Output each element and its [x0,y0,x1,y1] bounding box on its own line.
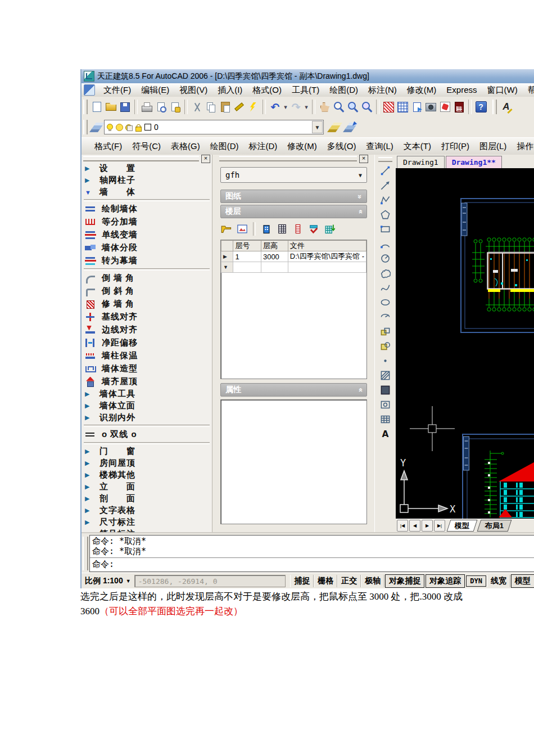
scale-dropdown[interactable]: 比例 1:100 [82,576,134,586]
publish-icon[interactable] [169,101,182,114]
spline-icon[interactable]: .g{fill:#2e6bd6;stroke:none}.f{fill:#446… [378,280,393,295]
chevron-up-icon-2[interactable]: » [356,388,364,392]
sidebar-item-倒斜角[interactable]: 倒 斜 角 [82,285,212,298]
menu-item-视图(V)[interactable]: 视图(V) [174,84,212,97]
polyline-icon[interactable]: .g{fill:#2e6bd6;stroke:none}.f{fill:#446… [378,192,393,207]
cell-floor-file[interactable]: D:\四季宾馆\四季宾馆 - [288,251,366,262]
sidebar-item-墙体工具[interactable]: ▶墙体工具 [82,388,212,400]
menu2-item-标注(D)[interactable]: 标注(D) [243,140,282,153]
sidebar-item-基线对齐[interactable]: 基线对齐 [82,310,212,323]
menu-item-Express[interactable]: Express [441,84,482,97]
construction-line-icon[interactable]: .g{fill:#2e6bd6;stroke:none}.f{fill:#446… [378,178,393,192]
title-bar[interactable]: 天正建筑8.5 For AutoCAD 2006 - [D:\四季宾馆\四季宾馆… [82,69,534,83]
toggle-对象捕捉[interactable]: 对象捕捉 [385,574,424,588]
project-combo[interactable]: gfh [220,167,367,183]
empty-cell[interactable] [233,262,261,273]
menu2-item-绘图(D)[interactable]: 绘图(D) [205,140,244,153]
layer-freeze-icon[interactable] [115,123,123,131]
building-new-icon[interactable] [323,223,336,235]
toolbar-grip-2[interactable] [492,100,497,114]
paste-icon[interactable] [219,101,232,114]
tz-hatch-icon[interactable] [382,101,395,114]
point-icon[interactable]: .g{fill:#2e6bd6;stroke:none}.f{fill:#446… [378,353,393,368]
plot-icon[interactable] [141,101,153,114]
save-icon[interactable] [119,101,132,114]
close-icon-2[interactable]: × [359,155,368,163]
redo-icon[interactable] [289,101,302,114]
cell-floor-height[interactable]: 3000 [261,251,288,262]
sidebar-item-o双线o[interactable]: o 双线 o [82,428,212,441]
table-new-row[interactable]: ▼ [221,262,366,273]
revision-cloud-icon[interactable]: .g{fill:#2e6bd6;stroke:none}.f{fill:#446… [378,266,393,280]
column-header-文件[interactable]: 文件 [288,241,366,251]
zoom-realtime-icon[interactable] [332,101,345,114]
copy-icon[interactable] [205,101,218,114]
sidebar-item-设置[interactable]: ▶设 置 [82,163,212,174]
sidebar-item-边线对齐[interactable]: 边线对齐 [82,323,212,336]
menu2-item-图层(L)[interactable]: 图层(L) [474,140,512,153]
layer-bulb-icon[interactable] [106,123,114,131]
sidebar-item-楼梯其他[interactable]: ▶楼梯其他 [82,469,212,481]
menu2-item-操作(D)[interactable]: 操作(D) [512,140,534,153]
menu-item-格式(O)[interactable]: 格式(O) [247,84,287,97]
tz-image-icon[interactable] [438,101,451,114]
ellipse-arc-icon[interactable]: .g{fill:#2e6bd6;stroke:none}.f{fill:#446… [378,309,393,324]
palette-grip[interactable] [83,156,199,161]
sidebar-item-修墙角[interactable]: 修 墙 角 [82,298,212,310]
open-project-icon[interactable] [220,223,233,235]
drop-icon[interactable] [304,101,309,114]
toggle-DYN[interactable]: DYN [466,575,486,587]
drawing-tab-Drawing1**[interactable]: Drawing1** [446,156,502,168]
menu-file-icon[interactable] [84,84,95,96]
pan-icon[interactable] [318,101,331,114]
gradient-icon[interactable]: .g{fill:#2e6bd6;stroke:none}.f{fill:#446… [378,382,393,397]
menu-item-文件(F)[interactable]: 文件(F) [98,84,136,97]
toggle-对象追踪[interactable]: 对象追踪 [426,574,465,588]
sidebar-item-轴网柱子[interactable]: ▶轴网柱子 [82,174,212,186]
menu2-item-表格(G)[interactable]: 表格(G) [166,140,205,153]
layer-combo-arrow[interactable]: ▼ [312,121,323,133]
table-row[interactable]: ▶13000D:\四季宾馆\四季宾馆 - [221,251,366,262]
cut-icon[interactable] [191,101,203,114]
layerbar-grip[interactable] [83,120,88,134]
undo-icon[interactable] [269,101,282,114]
command-grip[interactable] [83,537,88,570]
nav-previous-button[interactable]: ◀ [409,520,420,532]
nav-last-button[interactable]: ▶| [434,520,445,532]
insert-block-icon[interactable]: .g{fill:#2e6bd6;stroke:none}.f{fill:#446… [378,324,393,339]
ellipse-icon[interactable]: .g{fill:#2e6bd6;stroke:none}.f{fill:#446… [378,295,393,309]
toggle-极轴[interactable]: 极轴 [361,575,384,587]
empty-cell[interactable] [261,262,288,273]
rectangle-icon[interactable]: .g{fill:#2e6bd6;stroke:none}.f{fill:#446… [378,222,393,236]
toggle-模型[interactable]: 模型 [511,574,534,588]
command-history[interactable]: 命令: *取消* 命令: *取消* [90,536,534,558]
tz-grid-icon[interactable] [396,101,409,114]
match-properties-icon[interactable] [233,101,246,114]
polygon-icon[interactable]: .g{fill:#2e6bd6;stroke:none}.f{fill:#446… [378,207,393,222]
sidebar-item-等分加墙[interactable]: 等分加墙 [82,215,212,228]
sidebar-item-倒墙角[interactable]: 倒 墙 角 [82,272,212,285]
layer-lock-icon[interactable] [134,123,142,131]
menu-item-标注(N)[interactable]: 标注(N) [363,84,402,97]
cad-canvas[interactable]: X Y [396,168,534,532]
zoom-window-icon[interactable] [346,101,359,114]
line-icon[interactable]: .g{fill:#2e6bd6;stroke:none}.f{fill:#446… [378,163,393,178]
menu2-item-多线(O)[interactable]: 多线(O) [322,140,361,153]
column-header-层号[interactable]: 层号 [233,241,261,251]
properties-box[interactable] [220,399,367,524]
menu-item-绘图(D)[interactable]: 绘图(D) [324,84,363,97]
menu-item-工具(T)[interactable]: 工具(T) [287,84,324,97]
layer-previous-icon[interactable] [344,121,357,134]
sidebar-item-门窗[interactable]: ▶门 窗 [82,446,212,457]
paper-section-header[interactable]: 图纸 » [220,190,367,203]
check-floor-icon[interactable] [307,223,320,235]
sidebar-item-墙齐屋顶[interactable]: 墙齐屋顶 [82,375,212,388]
help-icon[interactable] [474,101,487,114]
sidebar-item-转为幕墙[interactable]: 转为幕墙 [82,254,212,267]
sidebar-item-剖面[interactable]: ▶剖 面 [82,493,212,505]
open-file-icon[interactable] [105,101,117,114]
quick-select-icon[interactable] [247,101,260,114]
sidebar-item-尺寸标注[interactable]: ▶尺寸标注 [82,516,212,528]
menu2-item-文本(T)[interactable]: 文本(T) [399,140,436,153]
empty-cell[interactable] [288,262,366,273]
